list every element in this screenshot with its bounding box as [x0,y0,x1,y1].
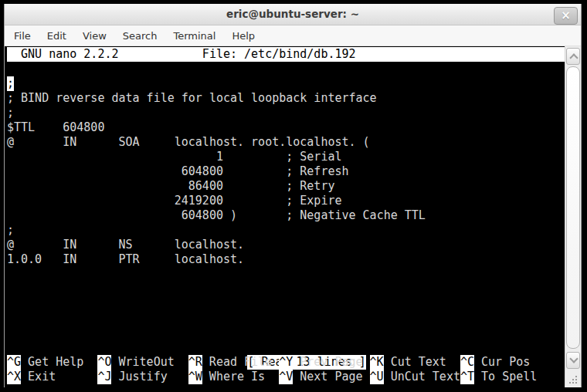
buffer-line[interactable]: @ IN SOA localhost. root.localhost. ( [7,135,565,150]
shortcut-prev-page: ^Y Prev Page [279,355,369,370]
ctrl-key-hint: ^V [279,370,293,384]
shortcut-writeout: ^O WriteOut [97,355,188,370]
scrollbar-thumb[interactable] [566,66,580,349]
ctrl-key-hint: ^J [97,370,111,384]
buffer-line[interactable]: 1.0.0 IN PTR localhost. [7,252,565,267]
ctrl-key-hint: ^T [460,370,474,384]
shortcut-uncut-text: ^U UnCut Text [370,370,460,384]
text-cursor: ; [7,76,14,91]
buffer-line[interactable]: $TTL 604800 [7,120,565,135]
chevron-down-icon [569,354,578,363]
ctrl-key-hint: ^Y [279,355,293,370]
shortcut-row: ^G Get Help^O WriteOut^R Read File^Y Pre… [7,355,579,370]
resize-grip-icon [569,376,571,377]
close-icon: × [555,8,577,23]
shortcut-row: ^X Exit^J Justify^W Where Is^V Next Page… [7,370,579,384]
shortcut-get-help: ^G Get Help [7,355,97,370]
ctrl-key-hint: ^O [97,355,111,370]
nano-version-label: GNU nano 2.2.2 [21,47,118,62]
shortcut-cur-pos: ^C Cur Pos [460,355,551,370]
shortcut-cut-text: ^K Cut Text [370,355,460,370]
shortcut-next-page: ^V Next Page [279,370,369,384]
ctrl-key-hint: ^X [7,370,21,384]
ctrl-key-hint: ^G [7,355,21,370]
ctrl-key-hint: ^K [370,355,384,370]
ctrl-key-hint: ^R [188,355,202,370]
shortcut-where-is: ^W Where Is [188,370,279,384]
shortcut-exit: ^X Exit [7,370,97,384]
buffer-line[interactable]: ; [7,106,565,120]
menu-bar: File Edit View Search Terminal Help [5,25,581,46]
buffer-line[interactable]: ; BIND reverse data file for local loopb… [7,91,565,106]
menu-search[interactable]: Search [120,29,160,43]
close-button[interactable]: × [554,7,578,25]
menu-file[interactable]: File [12,29,33,43]
buffer-line[interactable]: 1 ; Serial [7,150,565,164]
buffer-line[interactable]: @ IN NS localhost. [7,238,565,252]
buffer-line[interactable]: 86400 ; Retry [7,179,565,194]
buffer-line[interactable]: 604800 ; Refresh [7,164,565,179]
editor-buffer[interactable]: ;; BIND reverse data file for local loop… [7,76,565,267]
chevron-up-icon [569,53,578,62]
nano-status-line: [ Read 13 lines ] [7,340,565,355]
shortcut-read-file: ^R Read File [188,355,279,370]
resize-grip[interactable] [569,376,580,387]
scrollbar-track[interactable] [565,46,581,387]
scroll-down-button[interactable] [566,352,580,369]
window-title: eric@ubuntu-server: ~ [5,8,581,20]
menu-edit[interactable]: Edit [45,29,69,43]
terminal-window: eric@ubuntu-server: ~ × File Edit View S… [4,4,582,387]
shortcut-to-spell: ^T To Spell [460,370,551,384]
buffer-line[interactable]: ; [7,223,565,238]
buffer-line[interactable]: ; [7,76,565,91]
buffer-line[interactable]: 2419200 ; Expire [7,194,565,208]
buffer-line[interactable]: 604800 ) ; Negative Cache TTL [7,208,565,223]
ctrl-key-hint: ^C [460,355,474,370]
title-bar[interactable]: eric@ubuntu-server: ~ × [5,4,581,25]
shortcut-justify: ^J Justify [97,370,188,384]
menu-view[interactable]: View [80,29,109,43]
terminal-screen[interactable]: GNU nano 2.2.2 File: /etc/bind/db.192 ;;… [5,46,581,387]
scroll-up-button[interactable] [566,48,580,65]
nano-title-bar: GNU nano 2.2.2 File: /etc/bind/db.192 [7,47,565,62]
menu-terminal[interactable]: Terminal [171,29,218,43]
menu-help[interactable]: Help [229,29,257,43]
nano-file-label: File: /etc/bind/db.192 [202,47,356,62]
ctrl-key-hint: ^W [188,370,202,384]
ctrl-key-hint: ^U [370,370,384,384]
